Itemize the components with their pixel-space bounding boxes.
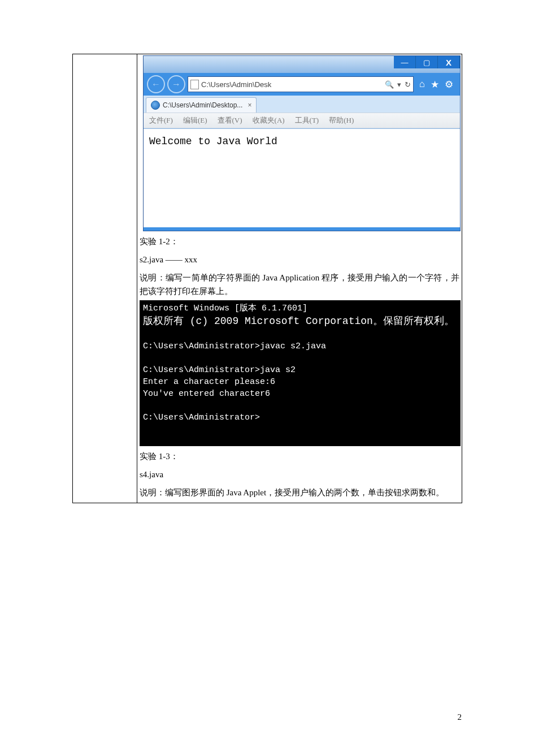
forward-icon[interactable]: → <box>167 75 185 93</box>
console-line: You've entered character6 <box>143 389 270 399</box>
console-line: 版权所有 (c) 2009 Microsoft Corporation。保留所有… <box>143 316 454 327</box>
ie-page-content: Welcome to Java World <box>144 128 460 227</box>
menu-edit[interactable]: 编辑(E) <box>183 115 207 126</box>
back-icon[interactable]: ← <box>147 75 165 93</box>
console-line: C:\Users\Administrator> <box>143 413 260 422</box>
minimize-button[interactable]: — <box>394 56 416 68</box>
page-icon <box>190 80 199 89</box>
close-button[interactable]: X <box>438 56 460 68</box>
console-line: C:\Users\Administrator>javac s2.java <box>143 342 326 351</box>
doc-table: — ▢ X ← → C:\Users\Admin\Desk 🔍 ▾ <box>72 54 462 503</box>
ie-logo-icon <box>151 101 160 110</box>
exp-1-2-file: s2.java —— xxx <box>137 249 462 267</box>
menu-tools[interactable]: 工具(T) <box>295 115 319 126</box>
search-icon[interactable]: 🔍 <box>385 80 394 89</box>
browser-tab[interactable]: C:\Users\Admin\Desktop... × <box>146 97 257 113</box>
refresh-icon[interactable]: ↻ <box>405 80 411 89</box>
exp-1-3-title: 实验 1-3： <box>137 446 462 464</box>
console-line: Enter a character please:6 <box>143 377 275 387</box>
console-output: Microsoft Windows [版本 6.1.7601] 版权所有 (c)… <box>140 300 461 446</box>
left-empty-cell <box>73 54 137 503</box>
exp-1-2-title: 实验 1-2： <box>137 231 462 249</box>
exp-1-2-desc: 说明：编写一简单的字符界面的 Java Application 程序，接受用户输… <box>137 267 462 299</box>
home-icon[interactable]: ⌂ <box>419 79 425 90</box>
ie-titlebar: — ▢ X <box>144 56 460 73</box>
address-bar[interactable]: C:\Users\Admin\Desk 🔍 ▾ ↻ <box>188 76 414 92</box>
exp-1-3-file: s4.java <box>137 464 462 482</box>
tab-close-icon[interactable]: × <box>248 101 251 109</box>
menu-help[interactable]: 帮助(H) <box>329 115 354 126</box>
ie-menubar: 文件(F) 编辑(E) 查看(V) 收藏夹(A) 工具(T) 帮助(H) <box>144 113 460 128</box>
console-line: C:\Users\Administrator>java s2 <box>143 365 296 375</box>
page-number: 2 <box>458 712 462 722</box>
menu-file[interactable]: 文件(F) <box>149 115 173 126</box>
exp-1-3-desc: 说明：编写图形界面的 Java Applet，接受用户输入的两个数，单击按钮求两… <box>137 482 462 503</box>
gear-icon[interactable]: ⚙ <box>445 79 453 90</box>
ie-tabbar: C:\Users\Admin\Desktop... × <box>144 96 460 113</box>
ie-window: — ▢ X ← → C:\Users\Admin\Desk 🔍 ▾ <box>143 55 461 231</box>
ie-navbar: ← → C:\Users\Admin\Desk 🔍 ▾ ↻ <box>144 73 460 96</box>
right-content-cell: — ▢ X ← → C:\Users\Admin\Desk 🔍 ▾ <box>137 54 462 503</box>
maximize-button[interactable]: ▢ <box>416 56 438 68</box>
console-line: Microsoft Windows [版本 6.1.7601] <box>143 304 307 313</box>
ie-bottom-border <box>144 227 460 231</box>
dropdown-icon[interactable]: ▾ <box>397 80 401 89</box>
tab-title: C:\Users\Admin\Desktop... <box>163 101 242 109</box>
address-text: C:\Users\Admin\Desk <box>201 80 383 89</box>
favorites-icon[interactable]: ★ <box>431 79 439 90</box>
menu-view[interactable]: 查看(V) <box>218 115 242 126</box>
menu-favorites[interactable]: 收藏夹(A) <box>253 115 285 126</box>
